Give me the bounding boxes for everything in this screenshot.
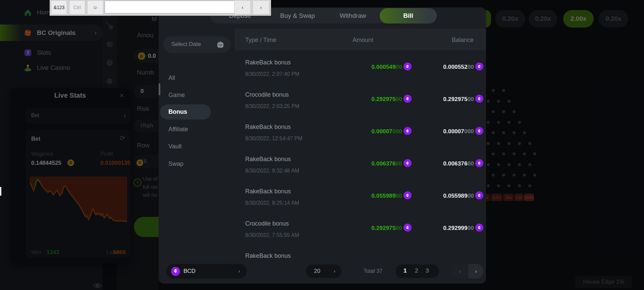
- row-type: RakeBack bonus: [245, 252, 291, 259]
- bcd-coin-icon: ¢: [475, 224, 483, 232]
- amount-main: 0.292975: [371, 225, 396, 231]
- row-balance: 0.00007000: [443, 128, 474, 135]
- modal-footer: ¢ BCD › 20 › Total 37 123 ‹ ›: [159, 260, 486, 284]
- amount-trailing-zeros: 00: [396, 64, 402, 70]
- table-header: Type / Time Amount Balance: [235, 29, 486, 50]
- amount-trailing-zeros: 00: [396, 96, 402, 102]
- balance-main: 0.055989: [443, 193, 468, 199]
- page-size-select[interactable]: 20 ›: [306, 264, 341, 278]
- col-amount: Amount: [345, 37, 373, 44]
- bcd-coin-icon: ¢: [475, 191, 483, 199]
- text-cursor-artifact: [0, 187, 1, 196]
- amount-main: 0.055989: [371, 193, 396, 199]
- currency-select[interactable]: ¢ BCD ›: [166, 264, 247, 279]
- row-type: RakeBack bonus: [245, 156, 291, 163]
- col-balance: Balance: [448, 37, 474, 44]
- next-page-button[interactable]: ›: [468, 264, 484, 279]
- table-row: Crocodile bonus8/30/2022, 7:55:55 AM0.29…: [159, 212, 486, 244]
- tab-label: Buy & Swap: [280, 12, 315, 19]
- bcd-coin-icon: ¢: [404, 191, 412, 199]
- handwriting-input[interactable]: [105, 1, 238, 13]
- tab-label: Bill: [403, 12, 413, 19]
- row-type: RakeBack bonus: [245, 59, 291, 66]
- row-amount: 0.05598900: [371, 193, 402, 199]
- amount-main: 0.006376: [371, 160, 396, 167]
- amount-main: 0.00007: [371, 128, 392, 135]
- col-type-time: Type / Time: [245, 37, 276, 44]
- amount-trailing-zeros: 00: [396, 160, 402, 167]
- currency-label: BCD: [183, 268, 196, 275]
- keyboard-key-symbols[interactable]: &123: [51, 0, 67, 14]
- page-size-value: 20: [314, 268, 320, 275]
- row-amount: 0.29297500: [371, 96, 402, 103]
- row-balance: 0.05598900: [443, 193, 474, 199]
- amount-trailing-zeros: 00: [396, 193, 402, 199]
- bcd-coin-icon: ¢: [475, 95, 483, 103]
- table-row: RakeBack bonus8/30/2022, 9:32:48 AM0.006…: [159, 148, 486, 180]
- row-balance: 0.00055200: [443, 64, 474, 70]
- balance-main: 0.000552: [443, 64, 468, 70]
- row-time: 8/30/2022, 12:54:47 PM: [245, 136, 303, 142]
- balance-main: 0.292975: [443, 96, 468, 102]
- bcd-coin-icon: ¢: [171, 267, 180, 276]
- chevron-right-icon: ›: [333, 268, 335, 275]
- row-amount: 0.29297500: [371, 225, 402, 232]
- pagination: 123: [395, 264, 439, 278]
- row-type: Crocodile bonus: [245, 220, 289, 227]
- row-time: 8/30/2022, 2:07:40 PM: [245, 71, 300, 77]
- bill-modal: DepositBuy & SwapWithdrawBill Type / Tim…: [159, 7, 486, 284]
- bcd-coin-icon: ¢: [404, 95, 412, 103]
- page-3[interactable]: 3: [426, 268, 429, 274]
- balance-main: 0.006376: [443, 160, 468, 167]
- select-date-input[interactable]: Select Date: [163, 36, 230, 53]
- row-balance: 0.29297500: [443, 96, 474, 103]
- table-row: RakeBack bonus8/30/2022, 2:07:40 PM0.000…: [159, 51, 486, 83]
- row-type: RakeBack bonus: [245, 188, 291, 195]
- row-type: Crocodile bonus: [245, 91, 289, 98]
- row-amount: 0.00637600: [371, 160, 402, 167]
- keyboard-key-emoji[interactable]: ☺: [87, 0, 103, 14]
- row-time: 8/30/2022, 2:03:25 PM: [245, 103, 300, 109]
- row-time: 8/30/2022, 9:32:48 AM: [245, 168, 299, 174]
- row-balance: 0.00637600: [443, 160, 474, 167]
- amount-trailing-zeros: 000: [392, 128, 402, 135]
- table-row: Crocodile bonus8/30/2022, 2:03:25 PM0.29…: [159, 83, 486, 115]
- row-time: 8/30/2022, 8:25:14 AM: [245, 200, 299, 206]
- prev-page-button[interactable]: ‹: [452, 264, 468, 279]
- page-1[interactable]: 1: [404, 268, 407, 274]
- tab-bill[interactable]: Bill: [380, 8, 437, 23]
- select-date-placeholder: Select Date: [171, 41, 201, 48]
- keyboard-prev-button[interactable]: ‹: [234, 0, 251, 14]
- keyboard-next-button[interactable]: ›: [253, 0, 269, 14]
- bcd-coin-icon: ¢: [475, 62, 483, 70]
- row-amount: 0.00007000: [371, 128, 402, 135]
- tab-buy-swap[interactable]: Buy & Swap: [274, 8, 321, 23]
- bcd-coin-icon: ¢: [475, 159, 483, 167]
- row-amount: 0.00054900: [371, 64, 402, 70]
- table-row: RakeBack bonus8/30/2022, 8:25:14 AM0.055…: [159, 180, 486, 212]
- bcd-coin-icon: ¢: [404, 62, 412, 70]
- scrollbar-thumb[interactable]: [159, 83, 160, 95]
- balance-trailing-zeros: 00: [468, 96, 474, 102]
- touch-keyboard-bar: &123Ctrl☺ ‹ ›: [50, 0, 271, 16]
- table-row: RakeBack bonus8/30/2022, 12:54:47 PM0.00…: [159, 115, 486, 148]
- balance-trailing-zeros: 00: [468, 193, 474, 199]
- amount-main: 0.292975: [371, 96, 396, 102]
- balance-trailing-zeros: 00: [468, 225, 474, 231]
- row-balance: 0.29299900: [443, 225, 474, 232]
- bcd-coin-icon: ¢: [404, 159, 412, 167]
- tab-withdraw[interactable]: Withdraw: [331, 8, 375, 23]
- balance-trailing-zeros: 000: [464, 128, 474, 135]
- calendar-icon: [217, 41, 224, 48]
- balance-trailing-zeros: 00: [468, 160, 474, 167]
- amount-main: 0.000549: [371, 64, 396, 70]
- bcd-coin-icon: ¢: [475, 127, 483, 135]
- bcd-coin-icon: ¢: [404, 127, 412, 135]
- chevron-right-icon: ›: [238, 268, 240, 275]
- page-2[interactable]: 2: [415, 268, 418, 274]
- keyboard-key-ctrl[interactable]: Ctrl: [69, 0, 85, 14]
- tab-label: Withdraw: [339, 12, 366, 19]
- amount-trailing-zeros: 00: [396, 225, 402, 231]
- bcd-coin-icon: ¢: [404, 224, 412, 232]
- row-time: 8/30/2022, 7:55:55 AM: [245, 232, 299, 238]
